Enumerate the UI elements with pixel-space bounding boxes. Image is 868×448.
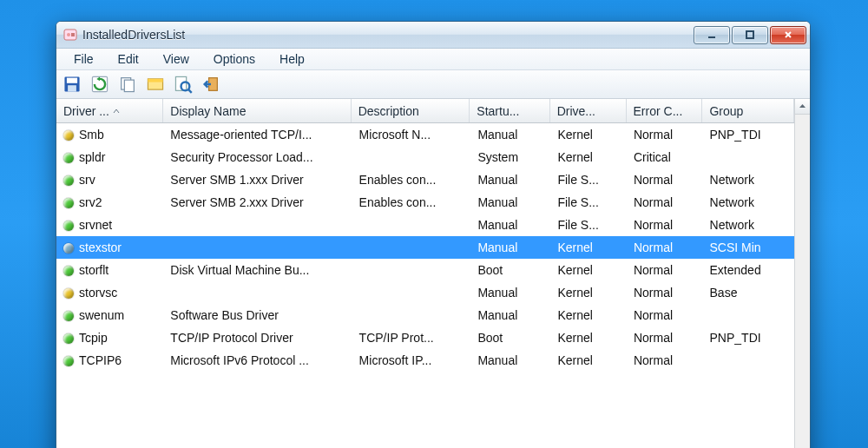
table-row[interactable]: srvnetManualFile S...NormalNetwork — [56, 214, 794, 236]
cell-group: Network — [703, 195, 794, 209]
cell-driver-text: srv — [79, 173, 95, 187]
table-row[interactable]: srv2Server SMB 2.xxx DriverEnables con..… — [56, 191, 794, 214]
cell-group: Network — [703, 173, 794, 187]
table-row[interactable]: SmbMessage-oriented TCP/I...Microsoft N.… — [56, 123, 794, 146]
cell-startup: Manual — [470, 308, 550, 322]
status-dot-icon — [63, 311, 74, 321]
minimize-button[interactable] — [694, 26, 730, 44]
toolbar — [56, 70, 810, 99]
table-row[interactable]: swenumSoftware Bus DriverManualKernelNor… — [56, 304, 794, 326]
menu-edit[interactable]: Edit — [106, 49, 151, 69]
cell-error: Normal — [627, 128, 703, 142]
cell-drive-text: Kernel — [557, 331, 592, 345]
cell-error: Normal — [627, 263, 703, 277]
status-dot-icon — [63, 356, 74, 366]
svg-point-1 — [67, 33, 70, 36]
exit-icon[interactable] — [201, 74, 221, 95]
col-group-label: Group — [709, 104, 743, 118]
cell-desc-text: Microsoft N... — [359, 128, 431, 142]
col-drive[interactable]: Drive... — [550, 99, 627, 122]
cell-display: Software Bus Driver — [163, 308, 352, 322]
col-error[interactable]: Error C... — [627, 99, 703, 122]
cell-display-text: Message-oriented TCP/I... — [170, 128, 312, 142]
cell-error: Normal — [627, 353, 703, 367]
cell-drive-text: Kernel — [557, 263, 592, 277]
refresh-icon[interactable] — [89, 74, 110, 95]
cell-display-text: Disk Virtual Machine Bu... — [170, 263, 309, 277]
status-dot-icon — [63, 333, 74, 344]
close-button[interactable] — [770, 26, 806, 44]
cell-error: Normal — [627, 286, 703, 300]
col-driver[interactable]: Driver ... — [56, 99, 163, 122]
table-row[interactable]: storvscManualKernelNormalBase — [56, 281, 794, 304]
cell-display: Server SMB 2.xxx Driver — [163, 195, 352, 209]
table-row[interactable]: stexstorManualKernelNormalSCSI Min — [56, 236, 794, 259]
rows-container: SmbMessage-oriented TCP/I...Microsoft N.… — [56, 123, 794, 372]
table-row[interactable]: srvServer SMB 1.xxx DriverEnables con...… — [56, 168, 794, 191]
cell-error-text: Normal — [634, 308, 673, 322]
cell-driver: swenum — [56, 308, 163, 322]
cell-drive: Kernel — [550, 240, 627, 254]
cell-driver: spldr — [56, 150, 163, 164]
menu-options[interactable]: Options — [201, 49, 267, 69]
table-row[interactable]: spldrSecurity Processor Load...SystemKer… — [56, 146, 794, 168]
svg-rect-4 — [746, 31, 753, 38]
column-headers: Driver ... Display Name Description Star… — [56, 99, 794, 123]
svg-rect-7 — [68, 85, 76, 91]
copy-icon[interactable] — [117, 74, 138, 95]
table-row[interactable]: storfltDisk Virtual Machine Bu...BootKer… — [56, 259, 794, 281]
app-window: InstalledDriversList File Edit View Opti… — [56, 21, 811, 448]
cell-startup-text: Manual — [477, 218, 517, 232]
cell-driver-text: swenum — [79, 308, 124, 322]
cell-startup: Boot — [470, 331, 550, 345]
table-row[interactable]: TCPIP6Microsoft IPv6 Protocol ...Microso… — [56, 349, 794, 372]
status-dot-icon — [63, 198, 74, 208]
cell-group: SCSI Min — [703, 240, 794, 254]
vertical-scrollbar[interactable] — [794, 99, 810, 448]
col-group[interactable]: Group — [702, 99, 794, 122]
cell-drive-text: Kernel — [557, 353, 592, 367]
cell-desc: Microsoft IP... — [352, 353, 471, 367]
maximize-button[interactable] — [732, 26, 768, 44]
find-icon[interactable] — [173, 74, 194, 95]
table-row[interactable]: TcpipTCP/IP Protocol DriverTCP/IP Prot..… — [56, 326, 794, 349]
cell-error: Normal — [627, 240, 703, 254]
cell-display: Disk Virtual Machine Bu... — [163, 263, 352, 277]
status-dot-icon — [63, 175, 74, 186]
svg-line-15 — [188, 89, 192, 93]
cell-startup: Boot — [470, 263, 550, 277]
titlebar[interactable]: InstalledDriversList — [56, 22, 810, 49]
cell-startup: Manual — [470, 173, 550, 187]
cell-driver: TCPIP6 — [56, 353, 163, 367]
cell-startup-text: Boot — [477, 331, 503, 345]
col-desc[interactable]: Description — [352, 99, 470, 122]
cell-display: Security Processor Load... — [163, 150, 352, 164]
cell-desc-text: Enables con... — [359, 195, 437, 209]
cell-startup-text: Manual — [477, 308, 517, 322]
cell-display: Message-oriented TCP/I... — [163, 128, 352, 142]
properties-icon[interactable] — [145, 74, 166, 95]
col-startup[interactable]: Startu... — [470, 99, 549, 122]
app-icon — [63, 28, 77, 42]
cell-display-text: Software Bus Driver — [170, 308, 278, 322]
cell-driver-text: srv2 — [79, 195, 102, 209]
cell-drive-text: Kernel — [557, 308, 592, 322]
cell-drive-text: File S... — [557, 218, 598, 232]
scroll-up-icon[interactable] — [795, 99, 810, 115]
cell-driver: Smb — [56, 128, 163, 142]
cell-desc: TCP/IP Prot... — [352, 331, 471, 345]
cell-startup-text: Boot — [477, 263, 503, 277]
cell-drive: File S... — [550, 218, 627, 232]
menu-help[interactable]: Help — [267, 49, 317, 69]
save-icon[interactable] — [62, 74, 82, 95]
cell-startup: Manual — [470, 218, 550, 232]
cell-drive-text: Kernel — [557, 128, 592, 142]
cell-error: Normal — [627, 308, 703, 322]
menu-view[interactable]: View — [151, 49, 201, 69]
menu-file[interactable]: File — [62, 49, 106, 69]
cell-startup: Manual — [470, 286, 550, 300]
status-dot-icon — [63, 288, 74, 299]
col-display[interactable]: Display Name — [163, 99, 351, 122]
cell-startup: Manual — [470, 195, 550, 209]
status-dot-icon — [63, 221, 74, 231]
